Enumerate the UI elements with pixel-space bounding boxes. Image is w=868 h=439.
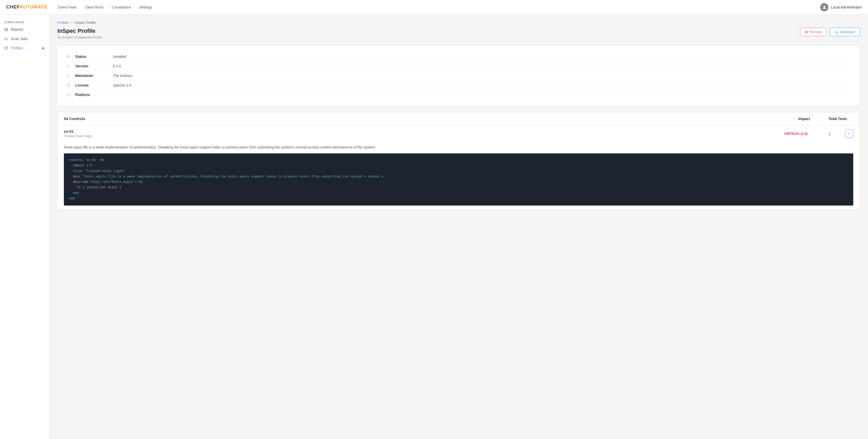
page-header: InSpec Profile An InSpec Compliance Prof… [57, 28, 860, 39]
version-label: Version [75, 64, 109, 68]
license-icon [66, 83, 71, 87]
controls-header: 54 Controls Impact Total Tests [58, 112, 860, 125]
code-line-2: impact 1.0 [69, 163, 848, 168]
page-title-section: InSpec Profile An InSpec Compliance Prof… [57, 28, 102, 39]
nav-links: Event Feed Client Runs Compliance Settin… [58, 4, 820, 10]
control-toggle-os-01[interactable]: − [845, 130, 853, 138]
profiles-arrow-icon: ▶ [42, 46, 45, 50]
layout: COMPLIANCE Reports Scan Jobs Profiles ▶ … [0, 14, 868, 439]
breadcrumb: Profiles > InSpec Profile [57, 21, 860, 25]
maintainer-value: The Authors [113, 74, 133, 78]
remove-button[interactable]: Remove [800, 28, 827, 36]
status-icon [66, 55, 71, 58]
svg-point-5 [5, 37, 7, 40]
sidebar-item-scan-jobs[interactable]: Scan Jobs [0, 34, 49, 43]
page-subtitle: An InSpec Compliance Profile [57, 35, 102, 39]
breadcrumb-separator: > [70, 21, 73, 25]
sidebar-reports-label: Reports [11, 27, 24, 32]
logo: CHEFAUTOMATE [6, 4, 48, 10]
version-icon [66, 64, 71, 68]
page-title: InSpec Profile [57, 28, 102, 34]
controls-impact-header: Impact [786, 117, 822, 121]
main-content: Profiles > InSpec Profile InSpec Profile… [49, 14, 868, 439]
code-line-3: title 'Trusted hosts login' [69, 169, 848, 174]
sidebar-section-compliance: COMPLIANCE [0, 19, 49, 25]
control-code-block-os-01: control 'os-01' do impact 1.0 title 'Tru… [64, 154, 853, 206]
info-row-status: Status Installed [66, 52, 851, 62]
license-value: Apache-2.0 [113, 83, 131, 87]
code-line-5: describe file('/etc/hosts.equiv') do [69, 179, 848, 185]
sidebar-scan-jobs-label: Scan Jobs [11, 37, 28, 41]
status-value: Installed [113, 55, 126, 59]
avatar [820, 3, 829, 11]
breadcrumb-profiles-link[interactable]: Profiles [57, 21, 68, 25]
logo-chef: CHEF [6, 4, 20, 9]
download-button[interactable]: Download [830, 28, 860, 36]
nav-user-label: Local Administrator [831, 5, 862, 9]
platform-icon [66, 93, 71, 97]
controls-section: 54 Controls Impact Total Tests os-01: Tr… [57, 112, 860, 210]
maintainer-label: Maintainer [75, 74, 109, 78]
svg-line-6 [7, 39, 8, 40]
controls-tests-header: Total Tests [822, 117, 853, 121]
svg-point-17 [68, 74, 69, 76]
sidebar-item-profiles[interactable]: Profiles ▶ [0, 43, 49, 53]
top-navigation: CHEFAUTOMATE Event Feed Client Runs Comp… [0, 0, 868, 14]
info-row-license: License Apache-2.0 [66, 80, 851, 90]
code-line-6: it { should_not exist } [69, 185, 848, 190]
control-title-os-01: os-01: Trusted hosts login [64, 129, 778, 138]
nav-event-feed[interactable]: Event Feed [58, 4, 76, 10]
sidebar: COMPLIANCE Reports Scan Jobs Profiles ▶ [0, 14, 49, 439]
control-impact-os-01: CRITICAL (1.0) [778, 132, 814, 136]
sidebar-item-reports[interactable]: Reports [0, 25, 49, 34]
profiles-icon [4, 46, 8, 50]
control-description-os-01: Trusted hosts login [64, 134, 778, 138]
info-row-platform: Platform [66, 90, 851, 99]
control-header-row-os-01[interactable]: os-01: Trusted hosts login CRITICAL (1.0… [58, 125, 860, 142]
platform-label: Platform [75, 93, 109, 97]
nav-client-runs[interactable]: Client Runs [85, 4, 103, 10]
scan-jobs-icon [4, 37, 8, 41]
maintainer-icon [66, 74, 71, 77]
breadcrumb-current: InSpec Profile [75, 21, 96, 25]
control-tests-os-01: 1 [814, 132, 845, 136]
profile-info-card: Status Installed Version 0.1.0 Maintaine… [57, 45, 860, 106]
svg-point-0 [824, 6, 825, 7]
controls-count-label: 54 Controls [64, 116, 85, 121]
version-value: 0.1.0 [113, 64, 121, 68]
code-line-8: end [69, 196, 848, 201]
header-actions: Remove Download [800, 28, 860, 36]
logo-automate: AUTOMATE [20, 4, 48, 9]
nav-compliance[interactable]: Compliance [112, 4, 131, 10]
nav-right: Local Administrator [820, 3, 862, 11]
svg-rect-18 [67, 94, 70, 96]
sidebar-profiles-label: Profiles [11, 46, 23, 50]
control-long-description-os-01: hosts.equiv file is a weak implemenation… [58, 142, 860, 154]
info-row-version: Version 0.1.0 [66, 62, 851, 71]
status-label: Status [75, 55, 109, 59]
control-name-os-01: os-01: [64, 129, 778, 134]
nav-settings[interactable]: Settings [139, 4, 152, 10]
code-line-7: end [69, 191, 848, 196]
info-row-maintainer: Maintainer The Authors [66, 71, 851, 80]
control-item-os-01: os-01: Trusted hosts login CRITICAL (1.0… [58, 125, 860, 210]
code-line-4: desc "hosts.equiv file is a weak impleme… [69, 174, 848, 179]
reports-icon [4, 27, 8, 32]
license-label: License [75, 83, 109, 87]
code-line-1: control 'os-01' do [69, 158, 848, 163]
